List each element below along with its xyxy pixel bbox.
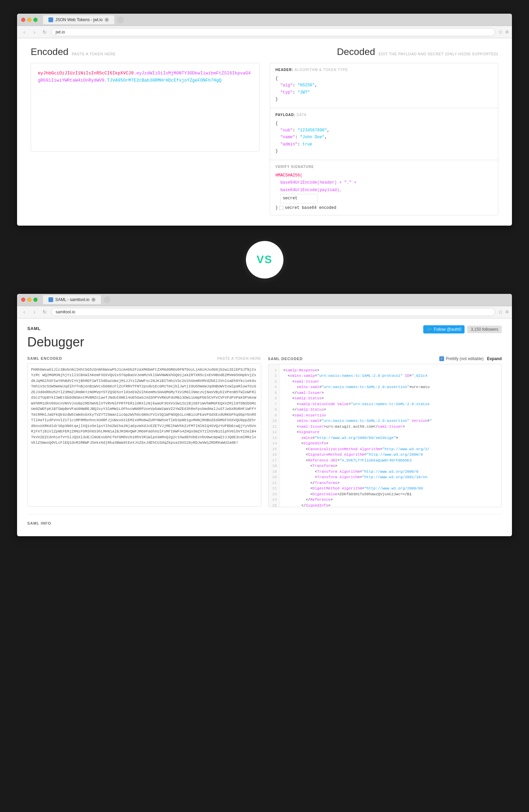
saml-menu-icon[interactable]: ≡ bbox=[505, 309, 509, 315]
saml-tab-close-button[interactable]: × bbox=[91, 298, 95, 302]
saml-main-columns: SAML ENCODED PASTE A TOKEN HERE PHNhbWxw… bbox=[27, 356, 502, 507]
saml-info-title: SAML INFO bbox=[27, 521, 51, 525]
saml-toolbar: ‹ › ↻ samltool.io ☆ ≡ bbox=[17, 306, 512, 318]
saml-tab[interactable]: SAML - samltool.io × bbox=[43, 295, 101, 304]
xml-line: <SignedInfo> bbox=[283, 441, 498, 446]
jwt-tab[interactable]: JSON Web Tokens - jwt.io × bbox=[43, 15, 114, 24]
expand-button[interactable]: Expand bbox=[487, 356, 502, 361]
jwt-signature-part: TJVA95OrM7E2cBab30RMHrHDcEfxjoYZgeFONFh7… bbox=[107, 78, 221, 83]
tab-close-button[interactable]: × bbox=[105, 18, 109, 22]
xml-line: </SignedInfo> bbox=[283, 503, 498, 507]
xml-line: </samlp:Status> bbox=[283, 407, 498, 413]
xml-line: <samlp:StatusCode Value="urn:oasis:names… bbox=[283, 401, 498, 407]
saml-tab-favicon bbox=[48, 297, 53, 302]
saml-info-section: SAML INFO bbox=[27, 514, 502, 526]
xml-line: <samlp:Status> bbox=[283, 396, 498, 401]
reload-button[interactable]: ↻ bbox=[41, 28, 48, 36]
maximize-button[interactable] bbox=[33, 18, 38, 22]
saml-browser-window: SAML - samltool.io × ‹ › ↻ samltool.io ☆… bbox=[17, 294, 512, 536]
saml-bookmark-icon[interactable]: ☆ bbox=[498, 309, 503, 315]
followers-badge: 3,150 followers bbox=[467, 326, 502, 333]
tab-title: JSON Web Tokens - jwt.io bbox=[55, 17, 103, 22]
saml-forward-button[interactable]: › bbox=[31, 308, 38, 316]
url-text: jwt.io bbox=[56, 30, 65, 34]
jwt-payload-section: PAYLOAD: DATA { "sub": "1234567890", "na… bbox=[270, 108, 498, 160]
saml-encoded-box[interactable]: PHNhbWxwOlJlc3BvbnNlIHhtbG5zOnNhbWxwPSJ1… bbox=[27, 363, 261, 507]
url-bar[interactable]: jwt.io bbox=[51, 28, 495, 36]
saml-social-bar: 🐦 Follow @auth0 3,150 followers bbox=[423, 325, 502, 333]
xml-line: <Transform Algorithm="http://www.w3.org/… bbox=[283, 469, 498, 475]
header-section-label: HEADER: ALGORITHM & TOKEN TYPE bbox=[276, 68, 493, 72]
verify-label: VERIFY SIGNATURE bbox=[276, 165, 493, 169]
saml-url-bar[interactable]: samltool.io bbox=[51, 308, 495, 316]
base64-label: secret base64 encoded bbox=[285, 205, 336, 210]
prettify-label: Prettify (not editable) bbox=[446, 356, 484, 361]
saml-encoded-col-header: SAML ENCODED PASTE A TOKEN HERE bbox=[27, 356, 261, 360]
follow-label: Follow @auth0 bbox=[434, 327, 461, 332]
saml-traffic-lights bbox=[21, 298, 38, 302]
saml-decoded-col-actions: ✓ Prettify (not editable) Expand bbox=[439, 356, 502, 361]
encoded-subtitle: PASTE A TOKEN HERE bbox=[72, 52, 116, 57]
jwt-titlebar: JSON Web Tokens - jwt.io × bbox=[17, 14, 512, 26]
saml-encoded-col-action: PASTE A TOKEN HERE bbox=[217, 356, 261, 360]
xml-line: </Transforms> bbox=[283, 480, 498, 486]
saml-decoded-box: 1 2 3 4 5 6 7 8 9 10 11 bbox=[268, 364, 502, 507]
payload-section-label: PAYLOAD: DATA bbox=[276, 113, 493, 117]
jwt-toolbar: ‹ › ↻ jwt.io ☆ ≡ bbox=[17, 26, 512, 38]
prettify-checkbox[interactable]: ✓ Prettify (not editable) bbox=[439, 356, 484, 361]
encoded-title: Encoded bbox=[31, 46, 69, 57]
payload-json: { "sub": "1234567890", "name": "John Doe… bbox=[276, 120, 493, 155]
jwt-encoded-box[interactable]: eyJhbGciOiJIUzI1NiIsInR5cCI6IkpXVCJ9.eyJ… bbox=[31, 63, 260, 152]
xml-content[interactable]: <samlp:Response> <xmlns:samlp="urn:oasis… bbox=[280, 364, 502, 507]
user-avatar bbox=[117, 16, 124, 23]
xml-line: xmlns:saml="urn:oasis:names:tc:SAML:2.0:… bbox=[283, 384, 498, 390]
forward-button[interactable]: › bbox=[31, 28, 38, 36]
traffic-lights bbox=[21, 18, 38, 22]
saml-page-title: Debugger bbox=[27, 335, 502, 350]
saml-minimize-button[interactable] bbox=[27, 298, 31, 302]
saml-reload-button[interactable]: ↻ bbox=[41, 308, 48, 316]
xml-line: <DigestMethod Algorithm="http://www.w3.o… bbox=[283, 486, 498, 492]
xml-line: <SignatureMethod Algorithm="http://www.w… bbox=[283, 452, 498, 458]
decoded-subtitle: EDIT THE PAYLOAD AND SECRET (ONLY HS256 … bbox=[379, 52, 498, 57]
twitter-follow-button[interactable]: 🐦 Follow @auth0 bbox=[423, 325, 465, 333]
saml-decoded-col-header: SAML DECODED ✓ Prettify (not editable) E… bbox=[268, 356, 502, 361]
close-button[interactable] bbox=[21, 18, 25, 22]
base64-checkbox[interactable] bbox=[279, 206, 283, 210]
saml-maximize-button[interactable] bbox=[33, 298, 38, 302]
saml-url-text: samltool.io bbox=[56, 310, 75, 314]
xml-line: <CanonicalizationMethod Algorithm="http:… bbox=[283, 446, 498, 452]
xml-line: <Transform Algorithm="http://www.w3.org/… bbox=[283, 474, 498, 480]
jwt-header-part: eyJhbGciOiJIUzI1NiIsInR5cCI6IkpXVCJ9. bbox=[38, 71, 136, 76]
jwt-encoded-column: eyJhbGciOiJIUzI1NiIsInR5cCI6IkpXVCJ9.eyJ… bbox=[31, 63, 260, 215]
xml-line: <saml:Issuer bbox=[283, 379, 498, 385]
xml-line: <Transforms> bbox=[283, 463, 498, 469]
verify-footer: } secret base64 encoded bbox=[276, 205, 493, 210]
bookmark-icon[interactable]: ☆ bbox=[498, 29, 503, 35]
saml-page-content: SAML 🐦 Follow @auth0 3,150 followers Deb… bbox=[17, 318, 512, 536]
jwt-page-content: Encoded PASTE A TOKEN HERE Decoded EDIT … bbox=[17, 38, 512, 226]
saml-user-avatar bbox=[104, 296, 111, 303]
jwt-decoded-box: HEADER: ALGORITHM & TOKEN TYPE { "alg": … bbox=[270, 63, 499, 215]
checkbox-checked-icon: ✓ bbox=[439, 356, 444, 361]
saml-encoded-col-title: SAML ENCODED bbox=[27, 356, 62, 360]
secret-input[interactable]: secret bbox=[280, 194, 318, 203]
xml-line: <DigestValue>ZDkfGO3H1Tu50hawzQVjsACzJwc… bbox=[283, 492, 498, 497]
saml-decoded-column: SAML DECODED ✓ Prettify (not editable) E… bbox=[268, 356, 502, 507]
header-json: { "alg": "HS256", "typ": "JWT" } bbox=[276, 75, 493, 103]
saml-titlebar: SAML - samltool.io × bbox=[17, 294, 512, 306]
saml-decoded-col-title: SAML DECODED bbox=[268, 357, 303, 361]
saml-close-button[interactable] bbox=[21, 298, 25, 302]
saml-back-button[interactable]: ‹ bbox=[20, 308, 28, 316]
xml-line: <samlp:Response> bbox=[283, 368, 498, 373]
saml-encoded-column: SAML ENCODED PASTE A TOKEN HERE PHNhbWxw… bbox=[27, 356, 261, 507]
xml-line: xmlns:saml="urn:oasis:names:tc:SAML:2.0:… bbox=[283, 418, 498, 424]
saml-page-inner: SAML 🐦 Follow @auth0 3,150 followers Deb… bbox=[17, 318, 512, 536]
back-button[interactable]: ‹ bbox=[20, 28, 28, 36]
minimize-button[interactable] bbox=[27, 18, 31, 22]
line-numbers: 1 2 3 4 5 6 7 8 9 10 11 bbox=[268, 364, 280, 507]
menu-icon[interactable]: ≡ bbox=[505, 29, 509, 35]
twitter-icon: 🐦 bbox=[427, 327, 432, 332]
decoded-title: Decoded bbox=[337, 46, 375, 57]
xml-line: </Reference> bbox=[283, 497, 498, 503]
